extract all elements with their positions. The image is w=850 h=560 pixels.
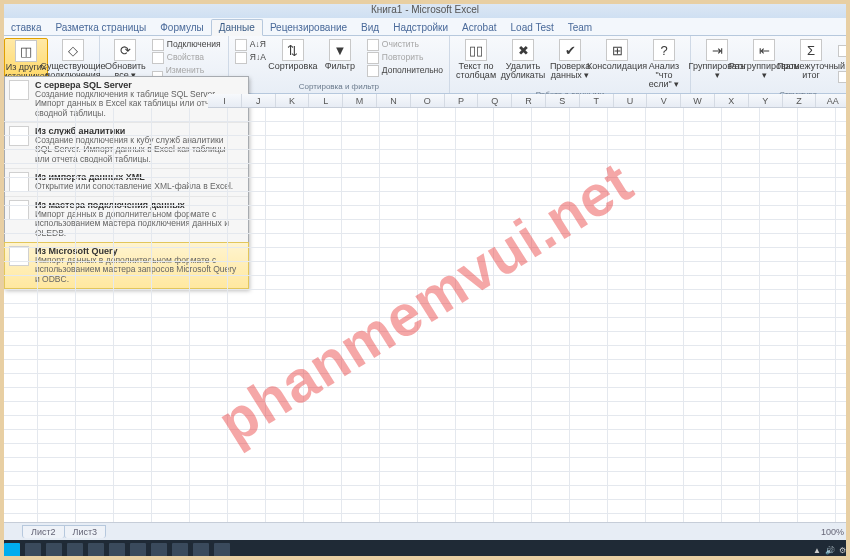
clear-filter-button[interactable]: Очистить: [365, 38, 445, 51]
reapply-label: Повторить: [382, 51, 424, 64]
col-header[interactable]: X: [715, 94, 749, 107]
tab-team[interactable]: Team: [561, 20, 599, 35]
group-icon: ⇥: [706, 39, 728, 61]
clear-icon: [367, 39, 379, 51]
col-header[interactable]: P: [445, 94, 479, 107]
rd-l2: дубликаты: [501, 70, 545, 80]
taskbar-icon[interactable]: [151, 543, 167, 557]
tab-insert[interactable]: ставка: [4, 20, 49, 35]
reapply-icon: [367, 52, 379, 64]
col-header[interactable]: W: [681, 94, 715, 107]
window-titlebar: Книга1 - Microsoft Excel: [0, 0, 850, 18]
filter-label: Фильтр: [325, 62, 355, 71]
properties-button[interactable]: Свойства: [150, 51, 224, 64]
tab-formulas[interactable]: Формулы: [153, 20, 211, 35]
col-header[interactable]: M: [343, 94, 377, 107]
col-header[interactable]: S: [546, 94, 580, 107]
sort-icon: ⇅: [282, 39, 304, 61]
filter-icon: ▼: [329, 39, 351, 61]
col-header[interactable]: K: [276, 94, 310, 107]
sort-az-icon: [235, 39, 247, 51]
subtotal-button[interactable]: ΣПромежуточныйитог: [789, 38, 833, 90]
consolidate-icon: ⊞: [606, 39, 628, 61]
consolidate-button[interactable]: ⊞Консолидация: [595, 38, 639, 90]
start-button[interactable]: [4, 543, 20, 557]
link-icon: [152, 39, 164, 51]
tray-icon[interactable]: 🔊: [825, 546, 835, 555]
col-header[interactable]: N: [377, 94, 411, 107]
sort-za-button[interactable]: Я↓А: [233, 51, 268, 64]
sort-button[interactable]: ⇅ Сортировка: [271, 38, 315, 77]
subtotal-icon: Σ: [800, 39, 822, 61]
col-header[interactable]: Z: [783, 94, 817, 107]
connections-icon: ◇: [62, 39, 84, 61]
reapply-button[interactable]: Повторить: [365, 51, 445, 64]
wi-l2: "что если" ▾: [649, 70, 679, 89]
filter-button[interactable]: ▼ Фильтр: [318, 38, 362, 77]
sort-az-label: А↓Я: [250, 38, 266, 51]
cons-l: Консолидация: [587, 62, 647, 71]
ribbon-group-outline: ⇥Группировать ▾ ⇤Разгруппировать ▾ ΣПром…: [691, 36, 850, 93]
col-header[interactable]: U: [614, 94, 648, 107]
connections-button[interactable]: Подключения: [150, 38, 224, 51]
tab-data[interactable]: Данные: [211, 19, 263, 36]
taskbar-icon[interactable]: [46, 543, 62, 557]
sort-za-label: Я↓А: [250, 51, 266, 64]
col-header[interactable]: Y: [749, 94, 783, 107]
taskbar-icon[interactable]: [109, 543, 125, 557]
taskbar-icon[interactable]: [130, 543, 146, 557]
text-to-columns-button[interactable]: ▯▯Текст постолбцам: [454, 38, 498, 90]
sheet-tab[interactable]: Лист3: [64, 525, 107, 538]
col-header[interactable]: O: [411, 94, 445, 107]
spreadsheet-grid[interactable]: I J K L M N O P Q R S T U V W X Y Z AA: [0, 94, 850, 522]
show-detail-button[interactable]: Отобразить детали: [836, 38, 850, 64]
advanced-icon: [367, 65, 379, 77]
col-header[interactable]: R: [512, 94, 546, 107]
plus-icon: [838, 45, 847, 57]
tab-review[interactable]: Рецензирование: [263, 20, 354, 35]
clear-label: Очистить: [382, 38, 419, 51]
advanced-filter-button[interactable]: Дополнительно: [365, 64, 445, 77]
system-tray[interactable]: ▲ 🔊 ⚙: [813, 546, 846, 555]
sheet-tab[interactable]: Лист2: [22, 525, 65, 538]
group-label-sort: Сортировка и фильтр: [233, 82, 445, 91]
window-title: Книга1 - Microsoft Excel: [371, 4, 479, 15]
col-header[interactable]: T: [580, 94, 614, 107]
data-validation-button[interactable]: ✔Проверкаданных ▾: [548, 38, 592, 90]
taskbar-icon[interactable]: [88, 543, 104, 557]
col-header[interactable]: AA: [816, 94, 850, 107]
st-l2: итог: [802, 70, 819, 80]
col-header[interactable]: J: [242, 94, 276, 107]
taskbar-icon[interactable]: [25, 543, 41, 557]
hide-detail-button[interactable]: Скрыть детали: [836, 64, 850, 90]
tab-view[interactable]: Вид: [354, 20, 386, 35]
col-header[interactable]: Q: [478, 94, 512, 107]
tray-icon[interactable]: ▲: [813, 546, 821, 555]
cells-area[interactable]: [0, 108, 850, 522]
tab-acrobat[interactable]: Acrobat: [455, 20, 503, 35]
col-header[interactable]: I: [208, 94, 242, 107]
tc-l2: столбцам: [456, 70, 496, 80]
column-headers[interactable]: I J K L M N O P Q R S T U V W X Y Z AA: [208, 94, 850, 108]
taskbar-icon[interactable]: [172, 543, 188, 557]
remove-duplicates-button[interactable]: ✖Удалитьдубликаты: [501, 38, 545, 90]
ribbon-group-sort-filter: А↓Я Я↓А ⇅ Сортировка ▼ Фильтр Очистить П…: [229, 36, 450, 93]
col-header[interactable]: L: [309, 94, 343, 107]
tab-loadtest[interactable]: Load Test: [504, 20, 561, 35]
tray-icon[interactable]: ⚙: [839, 546, 846, 555]
sort-az-button[interactable]: А↓Я: [233, 38, 268, 51]
properties-label: Свойства: [167, 51, 204, 64]
sheet-tab-bar: Лист2 Лист3 100%: [0, 522, 850, 540]
ribbon-tabs: ставка Разметка страницы Формулы Данные …: [0, 18, 850, 36]
dv-l2: данных ▾: [551, 70, 590, 80]
zoom-level[interactable]: 100%: [821, 527, 850, 537]
col-header[interactable]: V: [647, 94, 681, 107]
taskbar-icon[interactable]: [214, 543, 230, 557]
sort-za-icon: [235, 52, 247, 64]
taskbar-icon[interactable]: [193, 543, 209, 557]
taskbar-icon[interactable]: [67, 543, 83, 557]
tab-page-layout[interactable]: Разметка страницы: [49, 20, 154, 35]
tab-addins[interactable]: Надстройки: [386, 20, 455, 35]
whatif-icon: ?: [653, 39, 675, 61]
whatif-button[interactable]: ?Анализ"что если" ▾: [642, 38, 686, 90]
